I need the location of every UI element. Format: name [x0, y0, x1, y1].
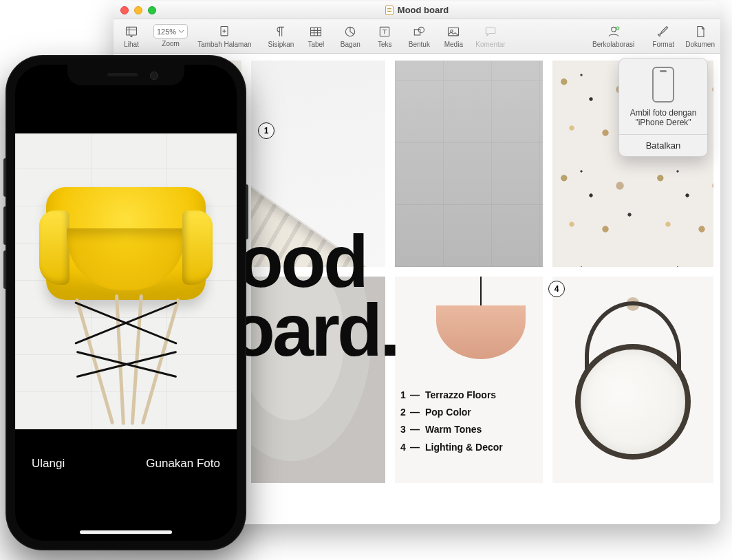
badge-1: 1: [258, 122, 274, 139]
collaborate-button[interactable]: Berkolaborasi: [592, 24, 634, 48]
zoom-value: 125%: [157, 28, 176, 36]
view-icon: [123, 24, 140, 39]
camera-confirmation-bar: Ulangi Gunakan Foto: [15, 431, 237, 541]
photo-preview: [15, 133, 237, 429]
iphone-notch: [67, 65, 184, 85]
document-file-icon: [385, 6, 394, 15]
popover-cancel-button[interactable]: Batalkan: [619, 134, 707, 156]
add-page-label: Tambah Halaman: [197, 41, 251, 48]
popover-text-line-2: "iPhone Derek": [625, 118, 702, 127]
table-label: Tabel: [308, 41, 324, 48]
popover-text-line-1: Ambil foto dengan: [625, 108, 702, 118]
zoom-label: Zoom: [162, 40, 180, 47]
shape-icon: [411, 24, 427, 39]
view-label: Lihat: [124, 41, 139, 48]
insert-label: Sisipkan: [268, 41, 294, 48]
format-brush-icon: [655, 24, 671, 39]
grid-tile-2[interactable]: [251, 61, 385, 267]
iphone-screen: Ulangi Gunakan Foto: [15, 65, 237, 541]
document-icon: [692, 24, 709, 39]
legend-row: 1—Terrazzo Floors: [400, 387, 503, 404]
text-icon: [376, 24, 393, 39]
iphone-outline-icon: [652, 67, 674, 103]
window-title-text: Mood board: [398, 5, 449, 15]
legend-list: 1—Terrazzo Floors 2—Pop Color 3—Warm Ton…: [400, 387, 503, 456]
table-button[interactable]: Tabel: [303, 24, 328, 48]
svg-rect-0: [127, 27, 137, 35]
shape-button[interactable]: Bentuk: [407, 24, 431, 48]
format-label: Format: [652, 41, 674, 48]
titlebar: Mood board: [114, 1, 720, 19]
photo-subject-chair: [46, 187, 206, 300]
toolbar: Lihat 125% Zoom Tambah Halaman Sisipkan: [114, 19, 720, 54]
legend-row: 3—Warm Tones: [400, 421, 503, 438]
add-page-icon: [216, 24, 233, 39]
comment-label: Komentar: [475, 41, 505, 48]
text-label: Teks: [378, 41, 392, 48]
shape-label: Bentuk: [409, 41, 430, 48]
document-label: Dokumen: [685, 41, 715, 48]
chart-icon: [342, 24, 358, 39]
zoom-button[interactable]: 125% Zoom: [153, 24, 188, 48]
retake-button[interactable]: Ulangi: [32, 457, 65, 471]
badge-4: 4: [548, 281, 565, 297]
use-photo-button[interactable]: Gunakan Foto: [146, 457, 220, 471]
collaborate-icon: [605, 24, 622, 39]
pilcrow-icon: [272, 24, 289, 39]
mirror-graphic: [571, 297, 695, 462]
comment-button: Komentar: [475, 24, 505, 48]
media-icon: [445, 24, 462, 39]
text-button[interactable]: Teks: [372, 24, 397, 48]
zoom-select[interactable]: 125%: [153, 24, 188, 39]
chart-label: Bagan: [341, 41, 360, 48]
continuity-camera-popover: Ambil foto dengan "iPhone Derek" Batalka…: [618, 58, 708, 157]
document-button[interactable]: Dokumen: [685, 24, 715, 48]
svg-point-8: [451, 30, 453, 32]
window-title: Mood board: [114, 5, 720, 15]
lamp-graphic: [436, 277, 526, 359]
grid-tile-6[interactable]: [251, 277, 385, 483]
format-button[interactable]: Format: [651, 24, 676, 48]
chart-button[interactable]: Bagan: [338, 24, 363, 48]
home-indicator[interactable]: [80, 530, 172, 534]
insert-button[interactable]: Sisipkan: [268, 24, 294, 48]
chevron-down-icon: [178, 28, 184, 34]
add-page-button[interactable]: Tambah Halaman: [197, 24, 251, 48]
grid-tile-3[interactable]: [395, 61, 543, 267]
svg-point-6: [418, 27, 424, 32]
iphone-device: Ulangi Gunakan Foto: [6, 55, 246, 550]
comment-icon: [482, 24, 499, 39]
media-label: Media: [444, 41, 463, 48]
view-button[interactable]: Lihat: [119, 24, 144, 48]
grid-tile-7[interactable]: 1—Terrazzo Floors 2—Pop Color 3—Warm Ton…: [395, 277, 543, 483]
legend-row: 4—Lighting & Decor: [400, 439, 503, 456]
svg-rect-2: [311, 28, 321, 36]
svg-point-9: [611, 27, 616, 32]
table-icon: [308, 24, 324, 39]
legend-row: 2—Pop Color: [400, 404, 503, 421]
grid-tile-8[interactable]: [552, 277, 713, 483]
media-button[interactable]: Media: [441, 24, 466, 48]
collaborate-label: Berkolaborasi: [592, 41, 634, 48]
